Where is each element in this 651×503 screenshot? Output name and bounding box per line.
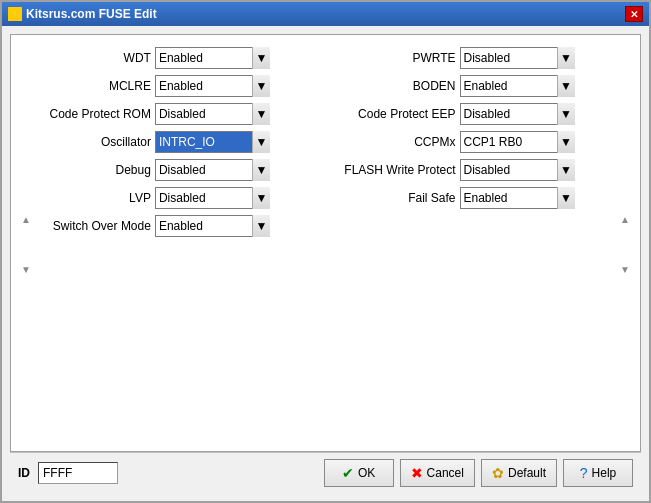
help-button[interactable]: ? Help [563, 459, 633, 487]
flash-write-protect-select-wrapper: Enabled Disabled ▼ [460, 159, 575, 181]
boden-select[interactable]: Enabled Disabled [460, 75, 575, 97]
nav-right-down-arrow[interactable]: ▼ [620, 265, 630, 275]
cancel-icon: ✖ [411, 465, 423, 481]
close-button[interactable]: ✕ [625, 6, 643, 22]
lvp-select-wrapper: Enabled Disabled ▼ [155, 187, 270, 209]
lvp-select[interactable]: Enabled Disabled [155, 187, 270, 209]
oscillator-select[interactable]: INTRC_IO INTRC HS XT LP RC_IO RC EC [155, 131, 270, 153]
id-input[interactable] [38, 462, 118, 484]
ccpmx-row: CCPMx CCP1 RB0 CCP1 RB3 ▼ [336, 131, 611, 153]
code-protect-rom-select[interactable]: Enabled Disabled [155, 103, 270, 125]
ok-label: OK [358, 466, 375, 480]
bottom-buttons: ✔ OK ✖ Cancel ✿ Default ? Help [324, 459, 633, 487]
ccpmx-select[interactable]: CCP1 RB0 CCP1 RB3 [460, 131, 575, 153]
nav-down-arrow[interactable]: ▼ [21, 265, 31, 275]
pwrte-select-wrapper: Enabled Disabled ▼ [460, 47, 575, 69]
id-label: ID [18, 466, 30, 480]
window-title: Kitsrus.com FUSE Edit [26, 7, 157, 21]
nav-right-up-arrow[interactable]: ▲ [620, 215, 630, 225]
code-protect-eep-select[interactable]: Enabled Disabled [460, 103, 575, 125]
debug-row: Debug Enabled Disabled ▼ [41, 159, 316, 181]
flash-write-protect-select[interactable]: Enabled Disabled [460, 159, 575, 181]
fail-safe-row: Fail Safe Enabled Disabled ▼ [336, 187, 611, 209]
code-protect-rom-row: Code Protect ROM Enabled Disabled ▼ [41, 103, 316, 125]
wdt-row: WDT Enabled Disabled ▼ [41, 47, 316, 69]
default-icon: ✿ [492, 465, 504, 481]
main-window: ⚡ Kitsrus.com FUSE Edit ✕ ▲ ▼ WDT [0, 0, 651, 503]
main-content: ▲ ▼ WDT Enabled Disabled ▼ [10, 34, 641, 452]
boden-label: BODEN [336, 79, 456, 93]
ok-icon: ✔ [342, 465, 354, 481]
bottom-strip: ID ✔ OK ✖ Cancel ✿ Default ? Help [10, 452, 641, 493]
left-column: WDT Enabled Disabled ▼ MCLRE [41, 47, 316, 443]
mclre-label: MCLRE [41, 79, 151, 93]
debug-select-wrapper: Enabled Disabled ▼ [155, 159, 270, 181]
boden-row: BODEN Enabled Disabled ▼ [336, 75, 611, 97]
oscillator-label: Oscillator [41, 135, 151, 149]
wdt-label: WDT [41, 51, 151, 65]
right-column: PWRTE Enabled Disabled ▼ BODEN [336, 47, 611, 443]
lvp-label: LVP [41, 191, 151, 205]
code-protect-rom-select-wrapper: Enabled Disabled ▼ [155, 103, 270, 125]
fail-safe-select-wrapper: Enabled Disabled ▼ [460, 187, 575, 209]
window-icon: ⚡ [8, 7, 22, 21]
mclre-row: MCLRE Enabled Disabled ▼ [41, 75, 316, 97]
switch-over-mode-select-wrapper: Enabled Disabled ▼ [155, 215, 270, 237]
oscillator-select-wrapper: INTRC_IO INTRC HS XT LP RC_IO RC EC ▼ [155, 131, 270, 153]
nav-up-arrow[interactable]: ▲ [21, 215, 31, 225]
right-nav: ▲ ▼ [618, 47, 632, 443]
pwrte-select[interactable]: Enabled Disabled [460, 47, 575, 69]
code-protect-eep-row: Code Protect EEP Enabled Disabled ▼ [336, 103, 611, 125]
fields-area: WDT Enabled Disabled ▼ MCLRE [41, 47, 610, 443]
code-protect-eep-label: Code Protect EEP [336, 107, 456, 121]
cancel-label: Cancel [427, 466, 464, 480]
flash-write-protect-row: FLASH Write Protect Enabled Disabled ▼ [336, 159, 611, 181]
fail-safe-select[interactable]: Enabled Disabled [460, 187, 575, 209]
ccpmx-label: CCPMx [336, 135, 456, 149]
cancel-button[interactable]: ✖ Cancel [400, 459, 475, 487]
code-protect-eep-select-wrapper: Enabled Disabled ▼ [460, 103, 575, 125]
title-bar: ⚡ Kitsrus.com FUSE Edit ✕ [2, 2, 649, 26]
oscillator-row: Oscillator INTRC_IO INTRC HS XT LP RC_IO… [41, 131, 316, 153]
debug-label: Debug [41, 163, 151, 177]
code-protect-rom-label: Code Protect ROM [41, 107, 151, 121]
wdt-select-wrapper: Enabled Disabled ▼ [155, 47, 270, 69]
pwrte-label: PWRTE [336, 51, 456, 65]
debug-select[interactable]: Enabled Disabled [155, 159, 270, 181]
window-body: ▲ ▼ WDT Enabled Disabled ▼ [2, 26, 649, 501]
pwrte-row: PWRTE Enabled Disabled ▼ [336, 47, 611, 69]
ok-button[interactable]: ✔ OK [324, 459, 394, 487]
help-label: Help [592, 466, 617, 480]
switch-over-mode-label: Switch Over Mode [41, 219, 151, 233]
boden-select-wrapper: Enabled Disabled ▼ [460, 75, 575, 97]
mclre-select-wrapper: Enabled Disabled ▼ [155, 75, 270, 97]
default-button[interactable]: ✿ Default [481, 459, 557, 487]
lvp-row: LVP Enabled Disabled ▼ [41, 187, 316, 209]
switch-over-mode-row: Switch Over Mode Enabled Disabled ▼ [41, 215, 316, 237]
left-nav: ▲ ▼ [19, 47, 33, 443]
switch-over-mode-select[interactable]: Enabled Disabled [155, 215, 270, 237]
help-icon: ? [580, 465, 588, 481]
fail-safe-label: Fail Safe [336, 191, 456, 205]
flash-write-protect-label: FLASH Write Protect [336, 163, 456, 177]
ccpmx-select-wrapper: CCP1 RB0 CCP1 RB3 ▼ [460, 131, 575, 153]
wdt-select[interactable]: Enabled Disabled [155, 47, 270, 69]
mclre-select[interactable]: Enabled Disabled [155, 75, 270, 97]
default-label: Default [508, 466, 546, 480]
